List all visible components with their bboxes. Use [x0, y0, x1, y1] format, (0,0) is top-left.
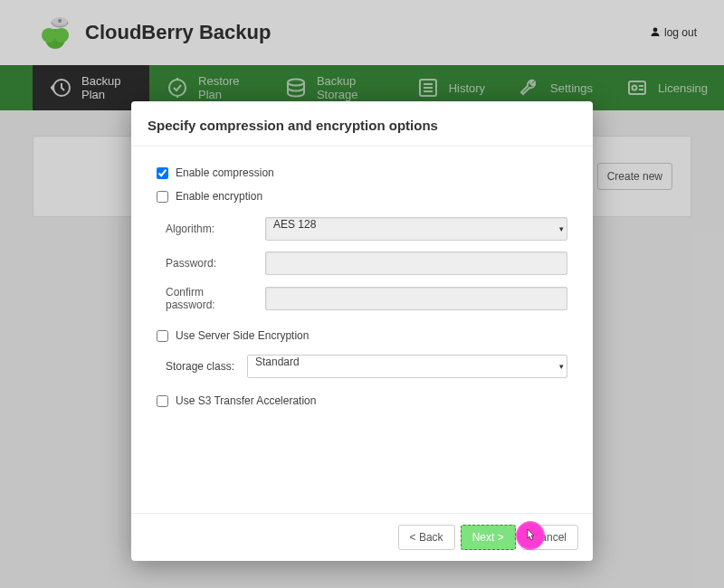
use-sse-checkbox[interactable] [157, 330, 168, 342]
storage-class-row: Storage class: Standard ▾ [166, 355, 567, 378]
password-label: Password: [166, 257, 256, 270]
svg-point-9 [169, 80, 186, 96]
use-s3-accel-row: Use S3 Transfer Acceleration [157, 394, 567, 407]
chevron-down-icon: ▾ [559, 362, 564, 371]
logout-link[interactable]: log out [650, 26, 697, 40]
enable-compression-label: Enable compression [176, 166, 274, 179]
confirm-password-label: Confirm password: [166, 286, 256, 311]
use-s3-accel-checkbox[interactable] [157, 395, 168, 407]
svg-point-10 [288, 80, 304, 86]
restore-icon [166, 76, 189, 100]
use-sse-row: Use Server Side Encryption [157, 329, 567, 342]
modal-footer: < Back Next > Cancel [131, 513, 593, 561]
modal-body: Enable compression Enable encryption Alg… [131, 147, 593, 513]
nav-item-label: Backup Plan [81, 74, 133, 101]
user-icon [650, 26, 661, 40]
nav-item-label: History [449, 81, 485, 95]
enable-encryption-checkbox[interactable] [157, 191, 168, 203]
storage-class-value: Standard [247, 355, 567, 378]
logout-label: log out [664, 26, 697, 39]
enable-compression-checkbox[interactable] [157, 167, 168, 179]
svg-point-2 [54, 28, 69, 43]
nav-item-label: Licensing [658, 81, 708, 95]
nav-item-label: Backup Storage [317, 74, 384, 101]
compression-encryption-modal: Specify compression and encryption optio… [131, 101, 593, 561]
modal-title: Specify compression and encryption optio… [131, 101, 593, 147]
list-icon [416, 76, 440, 100]
use-sse-label: Use Server Side Encryption [176, 329, 309, 342]
storage-icon [284, 76, 308, 100]
svg-point-7 [653, 27, 658, 32]
algorithm-value: AES 128 [265, 217, 567, 241]
wrench-icon [518, 76, 541, 100]
clock-restore-icon [49, 76, 72, 100]
nav-item-label: Restore Plan [198, 74, 252, 101]
cloudberry-logo-icon [36, 14, 74, 52]
next-button[interactable]: Next > [461, 525, 516, 550]
confirm-password-input[interactable] [265, 287, 567, 310]
license-icon [625, 76, 649, 100]
encryption-settings-grid: Algorithm: AES 128 ▾ Password: Confirm p… [166, 217, 567, 311]
nav-item-label: Settings [550, 81, 593, 95]
app-header: CloudBerry Backup log out [0, 0, 724, 65]
enable-encryption-label: Enable encryption [176, 190, 262, 203]
app-title: CloudBerry Backup [85, 21, 271, 44]
back-button[interactable]: < Back [398, 525, 455, 550]
cancel-button[interactable]: Cancel [521, 525, 578, 550]
storage-class-label: Storage class: [166, 360, 238, 373]
svg-point-6 [58, 19, 62, 23]
create-new-button[interactable]: Create new [597, 163, 672, 190]
svg-point-13 [633, 86, 637, 90]
password-input[interactable] [265, 251, 567, 275]
svg-point-1 [42, 28, 56, 43]
use-s3-accel-label: Use S3 Transfer Acceleration [176, 394, 316, 407]
algorithm-select[interactable]: AES 128 ▾ [265, 217, 567, 241]
enable-encryption-row: Enable encryption [157, 190, 567, 203]
enable-compression-row: Enable compression [157, 166, 567, 179]
algorithm-label: Algorithm: [166, 223, 256, 235]
chevron-down-icon: ▾ [559, 224, 564, 233]
logo: CloudBerry Backup [36, 14, 271, 52]
nav-licensing[interactable]: Licensing [609, 65, 724, 110]
storage-class-select[interactable]: Standard ▾ [247, 355, 567, 378]
